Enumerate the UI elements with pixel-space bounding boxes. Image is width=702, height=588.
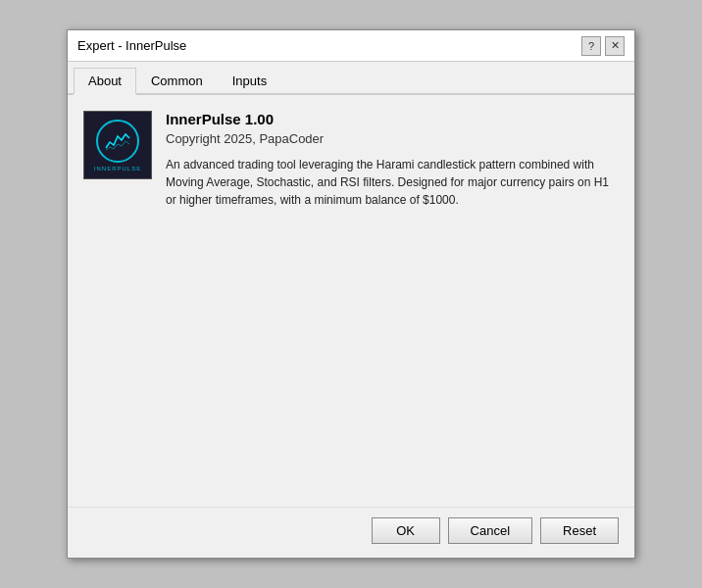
dialog-window: Expert - InnerPulse ? ✕ About Common Inp… — [67, 29, 635, 559]
logo-inner: INNERPULSE — [84, 112, 151, 178]
footer: OK Cancel Reset — [68, 507, 634, 558]
copyright-text: Copyright 2025, PapaCoder — [166, 131, 619, 146]
help-button[interactable]: ? — [581, 36, 601, 56]
about-section: INNERPULSE InnerPulse 1.00 Copyright 202… — [83, 111, 619, 209]
close-button[interactable]: ✕ — [605, 36, 625, 56]
title-buttons: ? ✕ — [581, 36, 625, 56]
tab-bar: About Common Inputs — [68, 62, 634, 95]
content-area: INNERPULSE InnerPulse 1.00 Copyright 202… — [68, 95, 634, 507]
chart-icon — [104, 130, 131, 152]
product-name: InnerPulse 1.00 — [166, 111, 619, 127]
product-logo: INNERPULSE — [83, 111, 152, 179]
tab-about[interactable]: About — [74, 68, 136, 95]
logo-circle — [96, 120, 139, 163]
tab-common[interactable]: Common — [136, 68, 218, 95]
window-title: Expert - InnerPulse — [77, 38, 186, 53]
tab-inputs[interactable]: Inputs — [218, 68, 281, 95]
logo-label: INNERPULSE — [94, 166, 141, 172]
description-text: An advanced trading tool leveraging the … — [166, 156, 619, 209]
about-info: InnerPulse 1.00 Copyright 2025, PapaCode… — [166, 111, 619, 209]
ok-button[interactable]: OK — [372, 517, 440, 544]
title-bar: Expert - InnerPulse ? ✕ — [68, 30, 634, 62]
reset-button[interactable]: Reset — [540, 517, 619, 544]
cancel-button[interactable]: Cancel — [448, 517, 532, 544]
